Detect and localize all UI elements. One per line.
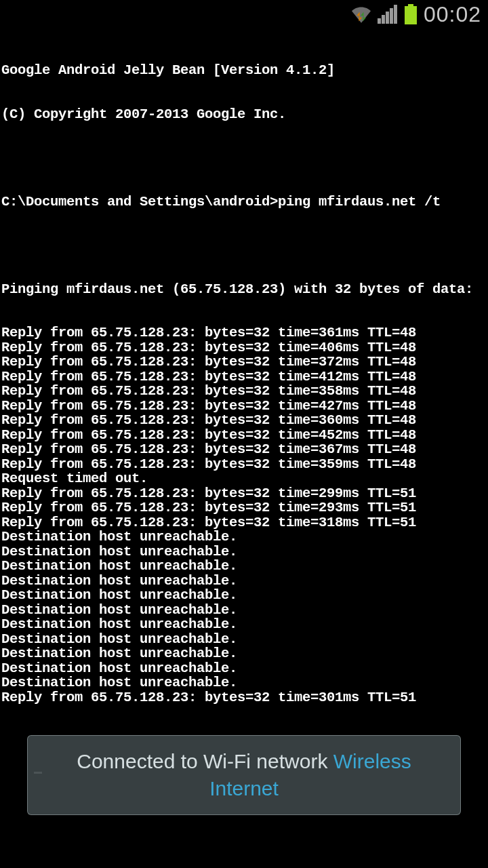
status-clock: 00:02 [424, 2, 481, 27]
terminal-line: Destination host unreachable. [1, 661, 487, 676]
battery-icon [405, 4, 417, 24]
terminal-line: Destination host unreachable. [1, 603, 487, 618]
terminal-line: Destination host unreachable. [1, 675, 487, 690]
status-bar: 00:02 [0, 0, 488, 28]
terminal-line: Reply from 65.75.128.23: bytes=32 time=4… [1, 340, 487, 355]
terminal-line: Reply from 65.75.128.23: bytes=32 time=3… [1, 515, 487, 530]
wifi-activity-icon [352, 5, 371, 24]
toast-text: Connected to Wi-Fi network [77, 750, 333, 772]
phone-screen: 00:02 Google Android Jelly Bean [Version… [0, 0, 488, 868]
terminal-line: Destination host unreachable. [1, 559, 487, 574]
terminal-line: Reply from 65.75.128.23: bytes=32 time=3… [1, 326, 487, 340]
terminal-line: Destination host unreachable. [1, 574, 487, 589]
signal-icon [378, 5, 398, 24]
terminal-line: Reply from 65.75.128.23: bytes=32 time=4… [1, 370, 487, 384]
terminal-line: Reply from 65.75.128.23: bytes=32 time=4… [1, 399, 487, 414]
svg-rect-6 [394, 5, 397, 24]
svg-rect-2 [378, 18, 381, 24]
svg-rect-8 [405, 6, 417, 24]
terminal-line: Request timed out. [1, 471, 487, 486]
terminal-line: Reply from 65.75.128.23: bytes=32 time=2… [1, 486, 487, 501]
terminal-prompt: C:\Documents and Settings\android>ping m… [1, 195, 487, 210]
terminal-line: Destination host unreachable. [1, 530, 487, 545]
terminal-line: Reply from 65.75.128.23: bytes=32 time=3… [1, 690, 487, 705]
terminal-line: Destination host unreachable. [1, 646, 487, 661]
terminal-line: Reply from 65.75.128.23: bytes=32 time=2… [1, 500, 487, 515]
svg-rect-4 [386, 12, 389, 24]
terminal-line: Reply from 65.75.128.23: bytes=32 time=3… [1, 457, 487, 472]
terminal-line: Reply from 65.75.128.23: bytes=32 time=3… [1, 413, 487, 428]
terminal-line: Destination host unreachable. [1, 545, 487, 559]
wifi-toast[interactable]: Connected to Wi-Fi network Wireless Inte… [27, 735, 461, 815]
terminal-line: Reply from 65.75.128.23: bytes=32 time=3… [1, 442, 487, 457]
terminal-line: Reply from 65.75.128.23: bytes=32 time=4… [1, 428, 487, 443]
terminal-line: Google Android Jelly Bean [Version 4.1.2… [1, 63, 487, 78]
terminal-line [1, 238, 487, 253]
svg-rect-3 [382, 15, 385, 24]
terminal-line: Destination host unreachable. [1, 632, 487, 647]
terminal-line: (C) Copyright 2007-2013 Google Inc. [1, 107, 487, 122]
terminal-line: Pinging mfirdaus.net (65.75.128.23) with… [1, 282, 487, 297]
terminal-line: Reply from 65.75.128.23: bytes=32 time=3… [1, 384, 487, 399]
terminal-line [1, 151, 487, 165]
terminal-line: Destination host unreachable. [1, 588, 487, 603]
terminal-line: Destination host unreachable. [1, 617, 487, 632]
svg-rect-7 [408, 4, 413, 6]
terminal-output: Google Android Jelly Bean [Version 4.1.2… [0, 28, 488, 792]
svg-rect-5 [390, 8, 393, 24]
terminal-line: Reply from 65.75.128.23: bytes=32 time=3… [1, 355, 487, 370]
